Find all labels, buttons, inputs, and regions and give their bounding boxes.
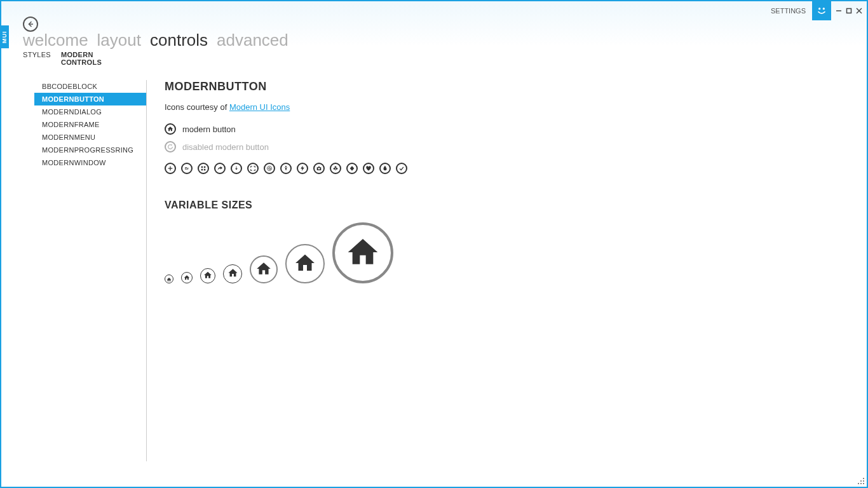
camera-icon	[316, 164, 322, 173]
svg-point-19	[336, 167, 337, 169]
share-icon-button[interactable]	[214, 163, 226, 174]
grid-icon	[200, 164, 207, 173]
fullscreen-icon	[250, 164, 256, 173]
sidenav-item-bbcodeblock[interactable]: BBCODEBLOCK	[34, 80, 146, 93]
svg-point-18	[334, 167, 336, 169]
heart-icon	[365, 164, 372, 173]
main-nav-controls[interactable]: controls	[150, 30, 208, 50]
svg-point-14	[269, 167, 271, 169]
maximize-button[interactable]	[845, 7, 853, 15]
svg-rect-3	[847, 9, 851, 13]
modern-button-disabled-label: disabled modern button	[182, 142, 269, 152]
club-icon	[332, 164, 339, 173]
svg-point-1	[823, 8, 825, 10]
intro-prefix: Icons courtesy of	[165, 102, 229, 112]
grid-icon-button[interactable]	[198, 163, 209, 174]
refresh-icon	[165, 141, 176, 152]
resize-grip[interactable]	[857, 477, 865, 485]
sidenav-item-moderndialog[interactable]: MODERNDIALOG	[34, 105, 146, 118]
intro-text: Icons courtesy of Modern UI Icons	[165, 102, 854, 112]
modern-button-label: modern button	[182, 125, 236, 134]
at-icon	[266, 164, 273, 173]
home-icon	[255, 261, 272, 279]
check-icon	[398, 164, 405, 173]
home-button-size-18[interactable]	[181, 272, 193, 283]
sidenav-item-modernmenu[interactable]: MODERNMENU	[34, 131, 146, 144]
sub-nav-styles[interactable]: STYLES	[23, 51, 51, 66]
svg-point-17	[335, 166, 337, 168]
svg-point-16	[318, 167, 320, 169]
home-button-size-62[interactable]	[285, 244, 325, 283]
svg-point-0	[818, 8, 820, 10]
flash-icon-button[interactable]	[297, 163, 308, 174]
main-nav-welcome[interactable]: welcome	[23, 30, 88, 50]
home-icon	[203, 271, 212, 281]
svg-rect-10	[201, 166, 203, 168]
svg-rect-12	[201, 168, 203, 170]
minimize-button[interactable]	[835, 7, 843, 15]
sub-nav-modern-controls[interactable]: MODERN CONTROLS	[61, 51, 102, 66]
variable-sizes-title: VARIABLE SIZES	[165, 200, 854, 211]
home-icon	[184, 273, 190, 283]
flame-icon	[382, 164, 388, 173]
svg-point-15	[285, 166, 287, 167]
sub-nav: STYLESMODERN CONTROLS	[23, 51, 102, 66]
diamond-icon	[349, 164, 355, 173]
back-button[interactable]	[23, 17, 38, 32]
home-button-size-44[interactable]	[250, 255, 278, 283]
svg-rect-13	[204, 168, 206, 170]
home-button-size-30[interactable]	[223, 264, 242, 283]
home-icon	[294, 252, 316, 276]
home-button-size-96[interactable]	[332, 222, 393, 283]
br-icon-button[interactable]: Br	[181, 163, 193, 174]
sidenav-item-modernprogressring[interactable]: MODERNPROGRESSRING	[34, 144, 146, 156]
app-window: MUI SETTINGS welcomelayoutcontrolsadvanc…	[0, 0, 868, 488]
mui-side-tab[interactable]: MUI	[0, 25, 9, 48]
modern-button-disabled: disabled modern button	[165, 141, 854, 152]
share-icon	[217, 164, 223, 173]
svg-rect-8	[168, 168, 173, 168]
intro-link[interactable]: Modern UI Icons	[229, 102, 290, 112]
flash-icon	[299, 164, 306, 173]
settings-link[interactable]: SETTINGS	[771, 7, 806, 15]
at-icon-button[interactable]	[264, 163, 275, 174]
window-controls	[835, 7, 863, 15]
accessibility-icon-button[interactable]	[280, 163, 292, 174]
accessibility-icon	[283, 164, 289, 173]
club-icon-button[interactable]	[330, 163, 341, 174]
flame-icon-button[interactable]	[379, 163, 391, 174]
icon-button-row: Br	[165, 163, 854, 174]
page-body: BBCODEBLOCKMODERNBUTTONMODERNDIALOGMODER…	[34, 80, 854, 474]
sidenav-item-modernwindow[interactable]: MODERNWINDOW	[34, 156, 146, 169]
heart-icon-button[interactable]	[363, 163, 374, 174]
br-icon: Br	[184, 164, 190, 173]
vertical-divider	[146, 80, 147, 461]
add-icon	[167, 164, 173, 173]
home-icon	[227, 268, 238, 280]
sidenav-item-modernbutton[interactable]: MODERNBUTTON	[34, 93, 146, 105]
app-logo	[812, 1, 831, 20]
fullscreen-icon-button[interactable]	[247, 163, 259, 174]
content-area: MODERNBUTTON Icons courtesy of Modern UI…	[165, 80, 854, 474]
check-icon-button[interactable]	[396, 163, 407, 174]
svg-text:Br: Br	[185, 166, 189, 170]
add-icon-button[interactable]	[165, 163, 176, 174]
download-icon-button[interactable]	[231, 163, 242, 174]
camera-icon-button[interactable]	[313, 163, 325, 174]
variable-sizes-row	[165, 222, 854, 283]
home-button-size-24[interactable]	[200, 268, 215, 283]
home-icon	[165, 123, 176, 135]
main-nav-layout[interactable]: layout	[97, 30, 141, 50]
svg-rect-20	[336, 168, 336, 170]
home-button-size-14[interactable]	[165, 274, 173, 283]
titlebar: SETTINGS	[771, 1, 867, 20]
home-icon	[166, 274, 172, 284]
svg-rect-11	[204, 166, 206, 168]
side-nav: BBCODEBLOCKMODERNBUTTONMODERNDIALOGMODER…	[34, 80, 146, 474]
diamond-icon-button[interactable]	[346, 163, 358, 174]
sidenav-item-modernframe[interactable]: MODERNFRAME	[34, 118, 146, 131]
close-button[interactable]	[855, 7, 863, 15]
main-nav-advanced[interactable]: advanced	[217, 30, 288, 50]
main-nav: welcomelayoutcontrolsadvanced	[23, 30, 288, 50]
modern-button-normal[interactable]: modern button	[165, 123, 854, 135]
